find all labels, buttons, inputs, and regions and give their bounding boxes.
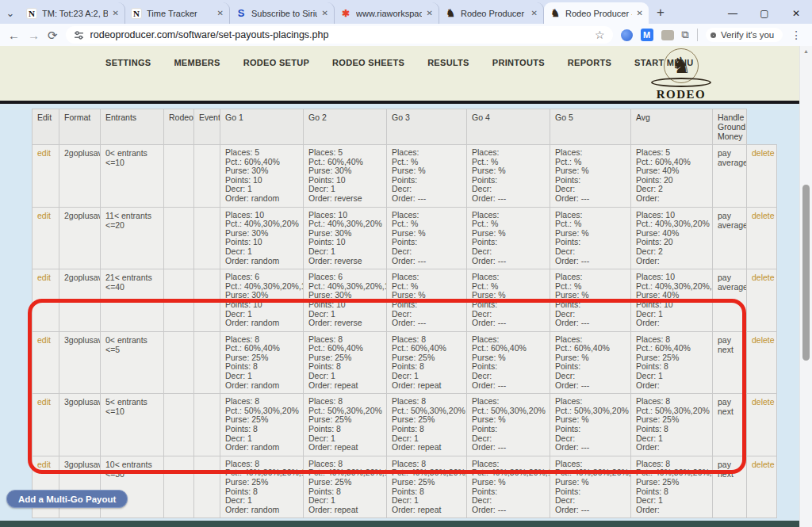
edit-link[interactable]: edit [37,460,51,469]
url-text[interactable]: rodeoproducer.com/software/set-payouts-p… [90,29,588,40]
go-line-decr: Decr: 1 [225,247,298,257]
address-bar[interactable]: rodeoproducer.com/software/set-payouts-p… [66,26,613,44]
go-line-order: Order: reverse [308,194,381,204]
go-line-order: Order: repeat [308,506,381,515]
delete-cell: delete [747,456,777,518]
reload-button[interactable]: ⟳ [48,29,58,41]
rodeo-cell [164,331,194,394]
tab-close-icon[interactable]: ✕ [637,9,643,17]
go-line-points: Points: [472,300,545,310]
delete-link[interactable]: delete [752,397,775,407]
go-line-decr: Decr: [472,372,545,381]
edit-link[interactable]: edit [37,397,51,407]
nav-item-rodeo-setup[interactable]: RODEO SETUP [243,58,309,67]
extension-icon[interactable] [621,29,633,41]
page-content: EditFormatEntrantsRodeoEventGo 1Go 2Go 3… [0,104,799,517]
delete-cell: delete [747,269,777,332]
extension-m-icon[interactable]: M [641,29,653,41]
nav-item-members[interactable]: MEMBERS [174,58,220,67]
go-5-cell: Places:Pct.: 60%,40%Purse: %Points:Decr:… [550,331,631,394]
horse-logo-icon: ♞ [671,55,691,77]
rodeo-cell [164,456,194,518]
browser-tab[interactable]: ♞Rodeo Producer - Advanc✕ [439,2,544,24]
nav-item-reports[interactable]: REPORTS [568,58,611,67]
browser-tab[interactable]: ♞Rodeo Producer - Manage✕ [544,2,649,24]
edit-cell: edit [33,207,59,269]
browser-tab[interactable]: ✱www.riaworkspace.com: O✕ [335,2,439,24]
go-line-order: Order: repeat [392,506,462,515]
tab-close-icon[interactable]: ✕ [217,9,224,17]
bookmark-star-icon[interactable]: ☆ [595,29,605,41]
go-line-order: Order: --- [392,319,462,328]
chevron-down-icon[interactable]: ⌄ [0,7,21,24]
close-button[interactable]: ✕ [780,5,812,19]
go-line-decr: Decr: 1 [225,372,298,381]
go-line-places: Places: [472,148,545,158]
forward-button[interactable]: → [28,29,40,41]
delete-link[interactable]: delete [752,148,775,158]
minimize-button[interactable]: — [717,5,749,19]
go-3-cell: Places:Pct.: %Purse: %Points:Decr:Order:… [387,145,467,208]
go-line-points: Points: 10 [636,300,707,310]
site-logo: ♞ RODEO PRODUCER [634,47,728,107]
tab-close-icon[interactable]: ✕ [531,9,538,17]
go-line-order: Order: repeat [392,443,462,453]
delete-link[interactable]: delete [752,335,775,345]
table-row: edit2goplusavg0< entrants <=10Places: 5P… [33,145,777,208]
edit-link[interactable]: edit [37,148,51,158]
back-button[interactable]: ← [8,29,20,41]
browser-menu-icon[interactable]: ⋮ [791,29,802,41]
tab-group-icon[interactable]: ⧉ [682,29,689,41]
browser-tab[interactable]: SSubscribe to SiriusXM✕ [230,2,335,24]
go-3-cell: Places:Pct.: %Purse: %Points:Decr:Order:… [387,269,467,332]
delete-link[interactable]: delete [752,273,775,282]
delete-link[interactable]: delete [752,460,775,469]
edit-cell: edit [33,331,59,394]
scrollbar-up-icon[interactable]: ▲ [800,48,812,54]
rodeo-icon: ♞ [550,8,561,19]
table-header-row: EditFormatEntrantsRodeoEventGo 1Go 2Go 3… [33,109,777,145]
format-cell: 3goplusavg [59,331,101,394]
tab-title: TM: Tot:23 A:2, B:9, C:9, D: [42,9,108,18]
nav-item-rodeo-sheets[interactable]: RODEO SHEETS [332,58,404,67]
nav-item-results[interactable]: RESULTS [427,58,469,67]
go-line-pct: Pct.: % [472,220,545,229]
tab-title: Time Tracker [147,9,213,18]
go-line-order: Order: repeat [392,381,462,391]
nav-item-settings[interactable]: SETTINGS [105,58,151,67]
go-line-places: Places: 6 [308,273,381,282]
tab-close-icon[interactable]: ✕ [427,9,433,17]
extension-gray-icon[interactable] [661,30,674,40]
maximize-button[interactable]: ▢ [749,5,780,19]
nav-item-printouts[interactable]: PRINTOUTS [492,58,545,67]
go-2-cell: Places: 8Pct.: 50%,30%,20%Purse: 25%Poin… [304,394,387,456]
scrollbar-thumb[interactable] [802,185,810,361]
go-line-places: Places: [392,273,462,282]
edit-link[interactable]: edit [37,335,51,345]
edit-link[interactable]: edit [37,211,51,220]
browser-tab[interactable]: NTime Tracker✕ [125,2,230,24]
go-line-order: Order: repeat [308,443,381,453]
edit-link[interactable]: edit [37,273,51,282]
tab-close-icon[interactable]: ✕ [322,9,328,17]
site-info-icon[interactable] [74,30,84,40]
browser-tab[interactable]: NTM: Tot:23 A:2, B:9, C:9, D:✕ [21,2,125,24]
col-header-event: Event [194,109,220,145]
notion-icon: N [26,8,37,19]
tab-title: Rodeo Producer - Manage [565,9,632,18]
entrants-cell: 11< entrants <=20 [101,207,164,269]
col-header-go-3: Go 3 [387,109,467,145]
col-header-actions [747,109,777,145]
delete-link[interactable]: delete [752,211,775,220]
go-4-cell: Places:Pct.: 60%,40%Purse: %Points:Decr:… [467,331,550,394]
tab-close-icon[interactable]: ✕ [113,9,119,17]
tab-title: www.riaworkspace.com: O [356,9,422,18]
page-scrollbar[interactable]: ▲ [799,46,812,527]
new-tab-button[interactable]: + [649,5,672,24]
go-line-pct: Pct.: % [392,220,462,229]
logo-rope [651,78,711,87]
handle-cell: pay next [713,394,747,456]
verify-profile-button[interactable]: Verify it's you [706,28,783,42]
add-multi-go-payout-button[interactable]: Add a Multi-Go Payout [6,490,128,508]
go-line-order: Order: --- [555,443,626,453]
